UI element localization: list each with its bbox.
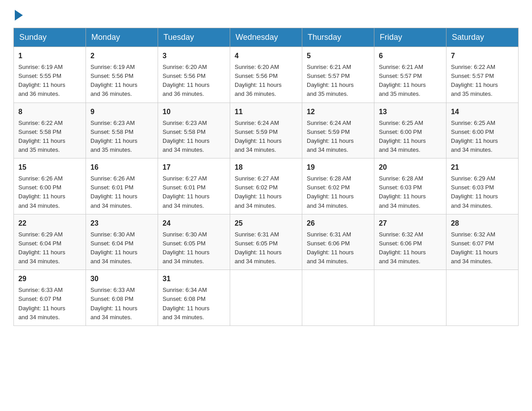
day-info: Sunrise: 6:32 AMSunset: 6:07 PMDaylight:… [451,231,498,265]
calendar-cell: 8 Sunrise: 6:22 AMSunset: 5:58 PMDayligh… [14,103,86,158]
calendar-table: SundayMondayTuesdayWednesdayThursdayFrid… [13,28,519,326]
day-number: 26 [307,218,369,229]
day-number: 27 [379,218,442,229]
week-row-3: 15 Sunrise: 6:26 AMSunset: 6:00 PMDaylig… [14,158,519,214]
calendar-cell: 18 Sunrise: 6:27 AMSunset: 6:02 PMDaylig… [230,158,302,214]
day-info: Sunrise: 6:28 AMSunset: 6:02 PMDaylight:… [307,175,354,209]
day-number: 15 [18,162,81,173]
calendar-cell: 17 Sunrise: 6:27 AMSunset: 6:01 PMDaylig… [158,158,230,214]
week-row-4: 22 Sunrise: 6:29 AMSunset: 6:04 PMDaylig… [14,214,519,270]
day-info: Sunrise: 6:22 AMSunset: 5:57 PMDaylight:… [451,64,498,97]
calendar-cell: 23 Sunrise: 6:30 AMSunset: 6:04 PMDaylig… [86,214,158,270]
day-number: 17 [163,162,225,173]
column-header-sunday: Sunday [14,28,86,47]
column-header-friday: Friday [374,28,446,47]
day-info: Sunrise: 6:30 AMSunset: 6:05 PMDaylight:… [163,231,210,265]
calendar-cell: 16 Sunrise: 6:26 AMSunset: 6:01 PMDaylig… [86,158,158,214]
day-number: 21 [451,162,514,173]
day-info: Sunrise: 6:25 AMSunset: 6:00 PMDaylight:… [379,120,426,153]
day-info: Sunrise: 6:33 AMSunset: 6:08 PMDaylight:… [90,287,137,320]
day-info: Sunrise: 6:20 AMSunset: 5:56 PMDaylight:… [163,64,210,97]
calendar-cell [374,270,446,326]
day-number: 31 [163,274,225,284]
day-info: Sunrise: 6:30 AMSunset: 6:04 PMDaylight:… [90,231,137,265]
header-row: SundayMondayTuesdayWednesdayThursdayFrid… [14,28,519,47]
logo-arrow-icon [15,10,23,21]
day-info: Sunrise: 6:21 AMSunset: 5:57 PMDaylight:… [379,64,426,97]
day-info: Sunrise: 6:23 AMSunset: 5:58 PMDaylight:… [163,120,210,153]
day-number: 19 [307,162,369,173]
calendar-body: 1 Sunrise: 6:19 AMSunset: 5:55 PMDayligh… [14,47,519,326]
calendar-cell [302,270,374,326]
calendar-cell [230,270,302,326]
day-number: 10 [163,107,225,117]
calendar-cell: 22 Sunrise: 6:29 AMSunset: 6:04 PMDaylig… [14,214,86,270]
day-info: Sunrise: 6:22 AMSunset: 5:58 PMDaylight:… [18,120,65,153]
day-info: Sunrise: 6:31 AMSunset: 6:06 PMDaylight:… [307,231,354,265]
day-info: Sunrise: 6:27 AMSunset: 6:01 PMDaylight:… [163,175,210,209]
day-info: Sunrise: 6:21 AMSunset: 5:57 PMDaylight:… [307,64,354,97]
day-info: Sunrise: 6:28 AMSunset: 6:03 PMDaylight:… [379,175,426,209]
day-info: Sunrise: 6:33 AMSunset: 6:07 PMDaylight:… [18,287,65,320]
day-number: 13 [379,107,442,117]
calendar-cell: 6 Sunrise: 6:21 AMSunset: 5:57 PMDayligh… [374,47,446,103]
day-info: Sunrise: 6:26 AMSunset: 6:00 PMDaylight:… [18,175,65,209]
day-number: 2 [90,51,153,61]
calendar-cell: 31 Sunrise: 6:34 AMSunset: 6:08 PMDaylig… [158,270,230,326]
calendar-cell: 28 Sunrise: 6:32 AMSunset: 6:07 PMDaylig… [446,214,519,270]
calendar-cell: 21 Sunrise: 6:29 AMSunset: 6:03 PMDaylig… [446,158,519,214]
calendar-cell: 1 Sunrise: 6:19 AMSunset: 5:55 PMDayligh… [14,47,86,103]
calendar-cell: 27 Sunrise: 6:32 AMSunset: 6:06 PMDaylig… [374,214,446,270]
day-number: 23 [90,218,153,229]
day-number: 4 [235,51,297,61]
calendar-cell: 7 Sunrise: 6:22 AMSunset: 5:57 PMDayligh… [446,47,519,103]
column-header-tuesday: Tuesday [158,28,230,47]
calendar-cell [446,270,519,326]
column-header-wednesday: Wednesday [230,28,302,47]
calendar-cell: 26 Sunrise: 6:31 AMSunset: 6:06 PMDaylig… [302,214,374,270]
calendar-header: SundayMondayTuesdayWednesdayThursdayFrid… [14,28,519,47]
day-info: Sunrise: 6:29 AMSunset: 6:04 PMDaylight:… [18,231,65,265]
day-number: 9 [90,107,153,117]
calendar-cell: 29 Sunrise: 6:33 AMSunset: 6:07 PMDaylig… [14,270,86,326]
day-info: Sunrise: 6:29 AMSunset: 6:03 PMDaylight:… [451,175,498,209]
column-header-saturday: Saturday [446,28,519,47]
day-number: 12 [307,107,369,117]
week-row-2: 8 Sunrise: 6:22 AMSunset: 5:58 PMDayligh… [14,103,519,158]
calendar-cell: 9 Sunrise: 6:23 AMSunset: 5:58 PMDayligh… [86,103,158,158]
calendar-cell: 5 Sunrise: 6:21 AMSunset: 5:57 PMDayligh… [302,47,374,103]
calendar-cell: 12 Sunrise: 6:24 AMSunset: 5:59 PMDaylig… [302,103,374,158]
day-number: 14 [451,107,514,117]
day-number: 1 [18,51,81,61]
calendar-cell: 13 Sunrise: 6:25 AMSunset: 6:00 PMDaylig… [374,103,446,158]
day-number: 16 [90,162,153,173]
day-number: 7 [451,51,514,61]
day-number: 18 [235,162,297,173]
day-number: 28 [451,218,514,229]
day-info: Sunrise: 6:27 AMSunset: 6:02 PMDaylight:… [235,175,282,209]
calendar-cell: 19 Sunrise: 6:28 AMSunset: 6:02 PMDaylig… [302,158,374,214]
calendar-cell: 4 Sunrise: 6:20 AMSunset: 5:56 PMDayligh… [230,47,302,103]
calendar-cell: 24 Sunrise: 6:30 AMSunset: 6:05 PMDaylig… [158,214,230,270]
week-row-5: 29 Sunrise: 6:33 AMSunset: 6:07 PMDaylig… [14,270,519,326]
day-info: Sunrise: 6:23 AMSunset: 5:58 PMDaylight:… [90,120,137,153]
column-header-monday: Monday [86,28,158,47]
day-number: 24 [163,218,225,229]
calendar-cell: 10 Sunrise: 6:23 AMSunset: 5:58 PMDaylig… [158,103,230,158]
day-info: Sunrise: 6:24 AMSunset: 5:59 PMDaylight:… [235,120,282,153]
day-number: 25 [235,218,297,229]
day-number: 3 [163,51,225,61]
page-header [13,9,519,19]
day-number: 5 [307,51,369,61]
calendar-cell: 11 Sunrise: 6:24 AMSunset: 5:59 PMDaylig… [230,103,302,158]
day-number: 22 [18,218,81,229]
calendar-cell: 25 Sunrise: 6:31 AMSunset: 6:05 PMDaylig… [230,214,302,270]
column-header-thursday: Thursday [302,28,374,47]
week-row-1: 1 Sunrise: 6:19 AMSunset: 5:55 PMDayligh… [14,47,519,103]
calendar-cell: 14 Sunrise: 6:25 AMSunset: 6:00 PMDaylig… [446,103,519,158]
calendar-cell: 15 Sunrise: 6:26 AMSunset: 6:00 PMDaylig… [14,158,86,214]
day-info: Sunrise: 6:19 AMSunset: 5:56 PMDaylight:… [90,64,137,97]
day-info: Sunrise: 6:32 AMSunset: 6:06 PMDaylight:… [379,231,426,265]
day-number: 6 [379,51,442,61]
day-number: 8 [18,107,81,117]
